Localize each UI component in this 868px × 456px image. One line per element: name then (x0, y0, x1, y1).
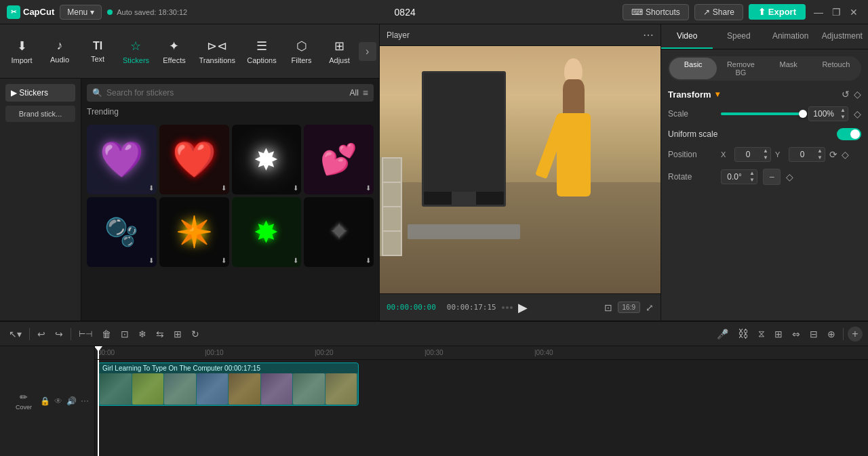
shortcuts-button[interactable]: ⌨ Shortcuts (623, 4, 689, 20)
fullscreen-button[interactable]: ⤢ (646, 302, 654, 313)
sidebar-item-brand[interactable]: Brand stick... (5, 106, 75, 122)
right-panel: Video Speed Animation Adjustment Basic R… (661, 24, 868, 320)
toolbar-item-transitions[interactable]: ⊳⊲ Transitions (193, 35, 241, 68)
link3-button[interactable]: ⊞ (771, 326, 786, 342)
redo-button[interactable]: ↪ (52, 326, 66, 342)
pos-y-down[interactable]: ▼ (815, 154, 825, 161)
crop-button[interactable]: ⊡ (117, 326, 132, 342)
position-link-icon[interactable]: ⟳ (829, 149, 837, 160)
freeze-button[interactable]: ❄ (135, 326, 150, 342)
all-filter-button[interactable]: All (349, 88, 358, 98)
pos-x-value: 0 (735, 148, 761, 161)
play-button[interactable]: ▶ (518, 300, 528, 315)
toolbar-item-text[interactable]: TI Text (79, 36, 117, 67)
uniform-scale-toggle[interactable] (837, 128, 861, 140)
minimize-button[interactable]: — (811, 5, 826, 20)
toolbar-item-audio[interactable]: ♪ Audio (41, 35, 79, 68)
pos-y-up[interactable]: ▲ (815, 148, 825, 154)
toolbar-item-filters[interactable]: ⬡ Filters (283, 35, 321, 68)
toolbar-item-adjust[interactable]: ⊞ Adjust (321, 35, 359, 68)
search-input[interactable] (106, 88, 345, 98)
sub1-button[interactable]: ⊟ (806, 326, 821, 342)
lock-button[interactable]: 🔒 (40, 396, 50, 406)
scale-up-button[interactable]: ▲ (838, 107, 848, 114)
scale-diamond-button[interactable]: ◇ (854, 108, 861, 119)
transform-reset-button[interactable]: ↺ (842, 89, 850, 100)
stickers-icon: ☆ (130, 39, 141, 54)
sticker-item-4[interactable]: 💕 ⬇ (304, 125, 374, 194)
pos-x-down[interactable]: ▼ (761, 154, 770, 161)
video-clip[interactable]: Girl Learning To Type On The Computer 00… (98, 362, 359, 406)
flip-button[interactable]: ⇆ (153, 326, 167, 342)
pos-x-up[interactable]: ▲ (761, 148, 770, 154)
tab-speed[interactable]: Speed (713, 24, 764, 49)
filter-icon[interactable]: ≡ (363, 87, 368, 98)
transitions-icon: ⊳⊲ (207, 39, 227, 54)
topbar-right: ⌨ Shortcuts ↗ Share ⬆ Export — ❐ ✕ (623, 4, 861, 20)
more-button[interactable]: ⋯ (81, 396, 89, 406)
toolbar-item-stickers[interactable]: ☆ Stickers (117, 35, 155, 68)
rotate-minus-button[interactable]: − (763, 169, 781, 185)
tab-animation[interactable]: Animation (765, 24, 816, 49)
delete-button[interactable]: 🗑 (98, 326, 115, 342)
split-button[interactable]: ⊢⊣ (75, 327, 96, 341)
timeline-playhead[interactable] (98, 346, 99, 359)
sticker-item-8[interactable]: ✦ ⬇ (304, 197, 374, 267)
timeline-add-button[interactable]: + (848, 327, 863, 341)
filters-icon: ⬡ (296, 39, 307, 54)
sticker-item-3[interactable]: ✸ ⬇ (232, 125, 302, 194)
rotate-stepper[interactable]: ▲ ▼ (747, 170, 757, 184)
menu-button[interactable]: Menu ▾ (60, 5, 102, 20)
subtab-basic[interactable]: Basic (669, 58, 717, 79)
scale-down-button[interactable]: ▼ (838, 114, 848, 121)
scale-slider[interactable] (721, 112, 803, 115)
mic-button[interactable]: 🎤 (713, 326, 732, 342)
cover-button[interactable]: ✏ Cover (12, 389, 36, 413)
link1-button[interactable]: ⛓ (734, 325, 752, 343)
export-button[interactable]: ⬆ Export (749, 4, 806, 20)
pos-x-stepper[interactable]: ▲ ▼ (761, 148, 770, 161)
player-video (380, 46, 660, 293)
sub2-button[interactable]: ⊕ (824, 326, 839, 342)
close-button[interactable]: ✕ (846, 5, 861, 20)
share-button[interactable]: ↗ Share (694, 4, 743, 20)
undo-button[interactable]: ↩ (34, 326, 49, 342)
position-diamond-button[interactable]: ◇ (842, 149, 849, 160)
rotate-down[interactable]: ▼ (747, 177, 757, 184)
screenshot-button[interactable]: ⊡ (604, 302, 612, 313)
sticker-item-7[interactable]: ✸ ⬇ (232, 197, 302, 267)
ruler-mark-3: |00:30 (425, 349, 443, 356)
sticker-item-5[interactable]: 🫧 ⬇ (87, 197, 157, 267)
select-tool-button[interactable]: ↖▾ (5, 326, 25, 342)
scale-stepper[interactable]: ▲ ▼ (838, 107, 848, 121)
link2-button[interactable]: ⧖ (755, 325, 768, 342)
effects-icon: ✦ (169, 39, 179, 54)
volume-button[interactable]: 🔊 (66, 396, 77, 406)
tab-adjustment[interactable]: Adjustment (816, 24, 868, 49)
toolbar-expand-button[interactable]: › (359, 42, 376, 61)
toolbar-item-effects[interactable]: ✦ Effects (155, 35, 193, 68)
sidebar: ▶ Stickers Brand stick... (0, 79, 81, 320)
player-menu-icon[interactable]: ⋯ (643, 28, 654, 41)
rotate-up[interactable]: ▲ (747, 170, 757, 177)
eye-button[interactable]: 👁 (54, 396, 62, 406)
mirror-button[interactable]: ⊞ (170, 326, 185, 342)
pos-y-stepper[interactable]: ▲ ▼ (815, 148, 825, 161)
maximize-button[interactable]: ❐ (829, 5, 844, 20)
clip-label: Girl Learning To Type On The Computer 00… (98, 363, 358, 373)
subtab-mask[interactable]: Mask (765, 58, 812, 79)
sticker-item-1[interactable]: 💜 ⬇ (87, 125, 157, 194)
tab-video[interactable]: Video (661, 24, 713, 49)
link4-button[interactable]: ⇔ (789, 326, 804, 342)
toolbar-item-captions[interactable]: ☰ Captions (241, 35, 282, 68)
sticker-item-2[interactable]: ❤️ ⬇ (159, 125, 229, 194)
transform-diamond-button[interactable]: ◇ (854, 89, 861, 100)
subtab-retouch[interactable]: Retouch (812, 58, 860, 79)
rotate-diamond-button[interactable]: ◇ (786, 171, 793, 182)
sidebar-item-stickers[interactable]: ▶ Stickers (5, 84, 75, 102)
sticker-item-6[interactable]: ✴️ ⬇ (159, 197, 229, 267)
rotate-tl-button[interactable]: ↻ (188, 326, 203, 342)
subtab-removebg[interactable]: Remove BG (717, 58, 764, 79)
toolbar-item-import[interactable]: ⬇ Import (3, 35, 41, 68)
timeline-toolbar: ↖▾ ↩ ↪ ⊢⊣ 🗑 ⊡ ❄ ⇆ ⊞ ↻ 🎤 ⛓ ⧖ ⊞ ⇔ ⊟ ⊕ + (0, 322, 868, 346)
